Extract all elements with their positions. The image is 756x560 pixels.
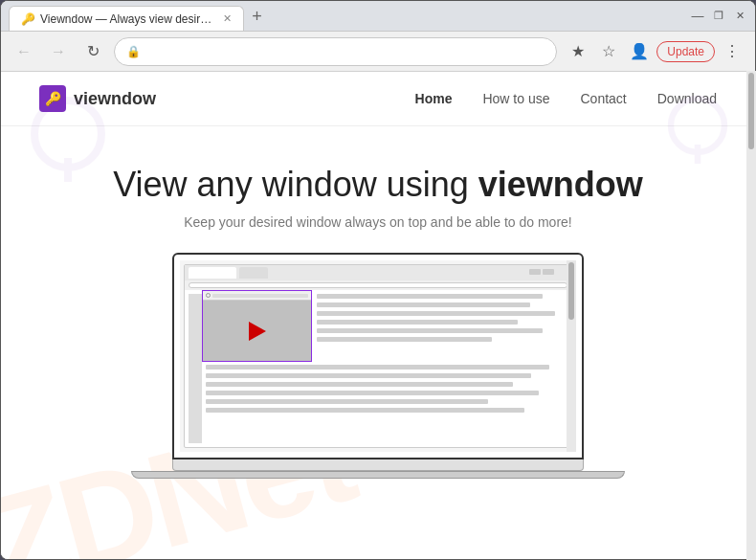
mock-url-bar <box>185 280 571 290</box>
menu-icon[interactable]: ⋮ <box>719 38 745 65</box>
scroll-ind-2 <box>543 269 554 275</box>
content-line-6 <box>317 337 492 342</box>
pinned-video-area <box>203 301 311 361</box>
nav-link-home[interactable]: Home <box>415 91 453 106</box>
nav-link-how-to-use[interactable]: How to use <box>482 91 549 106</box>
bottom-line-2 <box>206 373 531 378</box>
tab-close-button[interactable]: ✕ <box>223 12 232 25</box>
nav-link-contact[interactable]: Contact <box>580 91 626 106</box>
tab-title: Viewndow — Always view desir… <box>40 12 211 26</box>
scroll-indicators <box>529 269 554 275</box>
site-nav: 🔑 viewndow Home How to use Contact Downl… <box>1 72 755 126</box>
mock-browser <box>184 264 572 448</box>
bottom-line-1 <box>206 365 549 370</box>
pin-dot <box>206 293 211 298</box>
pinned-window <box>202 290 312 362</box>
forward-button[interactable]: → <box>45 38 72 65</box>
back-button[interactable]: ← <box>11 38 37 65</box>
lock-icon: 🔒 <box>126 45 141 58</box>
laptop-screen-outer <box>172 253 584 459</box>
scrollbar[interactable] <box>567 260 576 452</box>
logo-icon: 🔑 <box>39 85 66 112</box>
content-line-5 <box>317 328 543 333</box>
active-tab[interactable]: 🔑 Viewndow — Always view desir… ✕ <box>9 6 244 31</box>
laptop-bottom <box>131 471 625 479</box>
bottom-line-6 <box>206 408 524 413</box>
logo-text: viewndow <box>74 89 156 109</box>
bottom-line-5 <box>206 399 488 404</box>
browser-scrollbar[interactable] <box>746 71 756 560</box>
browser-frame: 🔑 Viewndow — Always view desir… ✕ + — ❐ … <box>0 0 756 560</box>
hero-section: View any window using viewndow Keep your… <box>1 126 755 479</box>
laptop-screen-inner <box>180 260 576 452</box>
new-tab-button[interactable]: + <box>246 7 268 27</box>
minimize-button[interactable]: — <box>690 9 705 24</box>
title-bar: 🔑 Viewndow — Always view desir… ✕ + — ❐ … <box>1 1 755 32</box>
mock-main-content <box>202 290 571 447</box>
maximize-button[interactable]: ❐ <box>711 9 726 24</box>
site-nav-links: Home How to use Contact Download <box>415 91 717 106</box>
tab-favicon: 🔑 <box>21 12 34 26</box>
bottom-line-3 <box>206 382 513 387</box>
tab-area: 🔑 Viewndow — Always view desir… ✕ + <box>9 1 686 31</box>
play-icon <box>249 322 266 341</box>
mock-content-area <box>185 290 571 447</box>
update-button[interactable]: Update <box>656 41 715 62</box>
webpage: ZDNet 🔑 viewndow Home How to use Contact… <box>1 72 755 559</box>
laptop-illustration <box>39 253 717 479</box>
hero-title-normal: View any window using <box>113 165 478 204</box>
nav-link-download[interactable]: Download <box>657 91 717 106</box>
address-bar-row: ← → ↻ 🔒 ★ ☆ 👤 Update ⋮ <box>1 32 755 72</box>
hero-subtitle: Keep your desired window always on top a… <box>39 214 717 230</box>
mock-url-input <box>189 282 567 288</box>
laptop <box>172 253 584 479</box>
laptop-base <box>172 459 584 471</box>
star-icon[interactable]: ☆ <box>595 38 622 65</box>
hero-title: View any window using viewndow <box>39 165 717 205</box>
bottom-content-lines <box>206 365 567 413</box>
pinned-title-bar <box>212 294 308 298</box>
reload-button[interactable]: ↻ <box>79 38 106 65</box>
content-lines-right <box>317 290 567 342</box>
window-controls: — ❐ ✕ <box>690 9 747 24</box>
scrollbar-thumb[interactable] <box>568 262 574 320</box>
content-line-3 <box>317 311 555 316</box>
close-button[interactable]: ✕ <box>732 9 747 24</box>
mock-tab <box>189 267 236 279</box>
content-line-4 <box>317 320 518 325</box>
hero-title-bold: viewndow <box>478 165 643 204</box>
address-bar[interactable]: 🔒 <box>114 37 557 66</box>
content-line-2 <box>317 302 530 307</box>
bookmark-icon[interactable]: ★ <box>565 38 591 65</box>
toolbar-icons: ★ ☆ 👤 Update ⋮ <box>565 38 745 65</box>
pinned-titlebar <box>203 291 311 301</box>
browser-scrollbar-thumb[interactable] <box>748 73 754 149</box>
profile-icon[interactable]: 👤 <box>626 38 653 65</box>
mock-tabs <box>185 265 571 280</box>
scroll-ind-1 <box>529 269 541 275</box>
mock-sidebar <box>189 294 202 443</box>
site-logo: 🔑 viewndow <box>39 85 156 112</box>
bottom-line-4 <box>206 391 539 395</box>
mock-tab-2 <box>239 267 268 279</box>
content-line-1 <box>317 294 543 299</box>
